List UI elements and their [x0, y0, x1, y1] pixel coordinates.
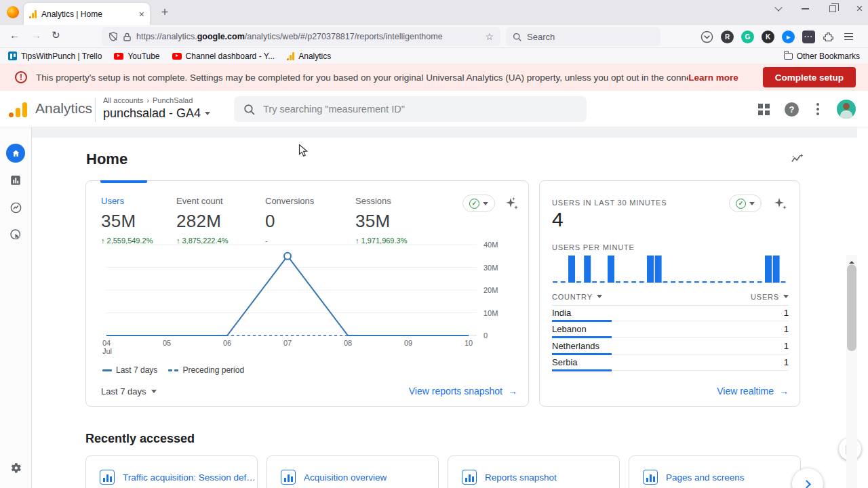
- row-bar-track: [552, 320, 789, 322]
- report-chart-icon: [462, 470, 477, 485]
- insights-sparkle-icon[interactable]: [772, 196, 789, 212]
- insights-icon[interactable]: [790, 152, 805, 165]
- tab-close-icon[interactable]: ×: [139, 9, 144, 20]
- scrollbar-thumb[interactable]: [847, 264, 856, 351]
- metric-value: 282M: [176, 211, 265, 232]
- new-tab-button[interactable]: +: [158, 5, 172, 20]
- menu-hamburger-icon[interactable]: [844, 33, 853, 41]
- table-row[interactable]: Lebanon1: [552, 323, 789, 339]
- chevron-right-icon: [802, 480, 811, 488]
- sidebar-item-admin[interactable]: [6, 458, 25, 477]
- more-dots-extension-icon[interactable]: ···: [802, 30, 815, 43]
- view-realtime-link[interactable]: View realtime →: [717, 386, 789, 396]
- sidebar-item-home[interactable]: [6, 144, 25, 163]
- browser-tab-strip: Analytics | Home × + ×: [0, 0, 868, 25]
- recent-card[interactable]: Traffic acquisition: Session defa...: [85, 455, 258, 488]
- help-icon[interactable]: ?: [785, 102, 799, 117]
- user-avatar[interactable]: [837, 100, 856, 119]
- learn-more-link[interactable]: Learn more: [688, 73, 738, 83]
- forward-button[interactable]: →: [31, 29, 41, 41]
- users-column-header[interactable]: USERS: [751, 293, 789, 301]
- realtime-card: USERS IN LAST 30 MINUTES ✓ 4 USERS PER M…: [539, 180, 800, 407]
- sidebar-item-explore[interactable]: [6, 198, 25, 217]
- country-name: Serbia: [552, 357, 578, 367]
- insights-sparkle-icon[interactable]: [504, 196, 520, 212]
- breadcrumb[interactable]: All accounts › PunchSalad: [103, 96, 193, 104]
- b-extension-icon[interactable]: ▸: [782, 30, 795, 43]
- analytics-logo-icon[interactable]: [9, 102, 27, 117]
- metric-conversions[interactable]: Conversions0-: [265, 196, 355, 245]
- users-line-chart: 40M30M20M10M004050607080910Jul: [101, 239, 515, 359]
- scroll-up-arrow-icon[interactable]: [849, 258, 854, 264]
- more-options-icon[interactable]: [814, 103, 822, 115]
- youtube-icon: [114, 53, 123, 60]
- pocket-icon[interactable]: [701, 30, 713, 43]
- alert-icon: !: [15, 71, 27, 83]
- reload-button[interactable]: ↻: [52, 29, 60, 41]
- svg-text:Jul: Jul: [102, 347, 112, 355]
- back-button[interactable]: ←: [9, 29, 20, 41]
- bookmark-item[interactable]: Analytics: [287, 52, 331, 61]
- realtime-country-table: COUNTRY USERS India1Lebanon1Netherlands1…: [552, 291, 789, 372]
- browser-tab[interactable]: Analytics | Home ×: [24, 3, 150, 25]
- row-bar: [552, 353, 612, 355]
- table-row[interactable]: Netherlands1: [552, 339, 789, 355]
- grammarly-icon[interactable]: G: [741, 30, 754, 43]
- folder-icon: [784, 53, 793, 60]
- svg-text:08: 08: [344, 339, 352, 347]
- url-text[interactable]: https://analytics.google.com/analytics/w…: [136, 32, 479, 41]
- complete-setup-button[interactable]: Complete setup: [763, 67, 856, 87]
- metric-event-count[interactable]: Event count282M↑ 3,875,222.4%: [176, 196, 265, 245]
- home-icon: [11, 148, 21, 159]
- metric-users[interactable]: Users35M↑ 2,559,549.2%: [101, 196, 176, 245]
- recent-card[interactable]: Reports snapshot: [448, 455, 620, 488]
- k-extension-icon[interactable]: K: [762, 30, 774, 43]
- sidebar-item-reports[interactable]: [6, 171, 25, 190]
- firefox-icon[interactable]: [7, 6, 19, 18]
- google-apps-icon[interactable]: [758, 104, 770, 115]
- analytics-search-bar[interactable]: Try searching "measurement ID": [234, 96, 587, 122]
- lock-icon[interactable]: [123, 33, 131, 41]
- property-selector[interactable]: punchsalad - GA4: [103, 106, 210, 121]
- window-restore-button[interactable]: [829, 5, 836, 12]
- legend-item: Last 7 days: [102, 365, 157, 375]
- extensions-puzzle-icon[interactable]: [823, 31, 834, 43]
- page-scrollbar[interactable]: [846, 255, 857, 488]
- date-range-selector[interactable]: Last 7 days: [101, 386, 157, 396]
- shield-disabled-icon[interactable]: [108, 32, 118, 41]
- bookmark-star-icon[interactable]: ☆: [485, 31, 494, 42]
- country-column-header[interactable]: COUNTRY: [552, 293, 602, 301]
- users-count: 1: [784, 341, 789, 351]
- recent-card-label: Pages and screens: [666, 472, 745, 483]
- mouse-cursor: [298, 144, 309, 158]
- legend-item: Preceding period: [168, 365, 244, 375]
- view-reports-snapshot-link[interactable]: View reports snapshot →: [409, 386, 517, 396]
- country-rows: India1Lebanon1Netherlands1Serbia1: [552, 306, 789, 371]
- tab-list-chevron-icon[interactable]: [774, 3, 782, 11]
- data-quality-button[interactable]: ✓: [462, 195, 495, 212]
- bookmark-label: YouTube: [127, 52, 159, 61]
- bookmark-item[interactable]: YouTube: [114, 52, 159, 61]
- window-minimize-button[interactable]: [802, 8, 809, 9]
- check-circle-icon: ✓: [469, 199, 479, 209]
- realtime-title: USERS IN LAST 30 MINUTES: [552, 199, 667, 207]
- window-close-button[interactable]: ×: [856, 5, 863, 12]
- bookmark-item[interactable]: TipsWithPunch | Trello: [8, 52, 102, 61]
- reports-icon: [9, 174, 22, 186]
- search-icon: [513, 33, 521, 41]
- active-metric-indicator: [100, 180, 147, 183]
- sidebar-item-advertising[interactable]: [6, 225, 25, 244]
- r-extension-icon[interactable]: R: [721, 30, 734, 43]
- table-row[interactable]: India1: [552, 306, 789, 322]
- bookmark-item[interactable]: Channel dashboard - Y...: [172, 52, 275, 61]
- table-row[interactable]: Serbia1: [552, 356, 789, 372]
- metric-sessions[interactable]: Sessions35M↑ 1,971,969.3%: [355, 196, 450, 245]
- recent-card[interactable]: Acquisition overview: [267, 455, 439, 488]
- other-bookmarks-button[interactable]: Other Bookmarks: [784, 52, 860, 61]
- browser-search-box[interactable]: Search: [506, 27, 660, 46]
- recent-card[interactable]: Pages and screens: [629, 455, 801, 488]
- dashed-line-swatch-icon: [168, 369, 178, 371]
- bookmarks-bar: TipsWithPunch | TrelloYouTubeChannel das…: [0, 48, 868, 64]
- data-quality-button[interactable]: ✓: [729, 195, 762, 212]
- url-bar[interactable]: https://analytics.google.com/analytics/w…: [102, 27, 500, 46]
